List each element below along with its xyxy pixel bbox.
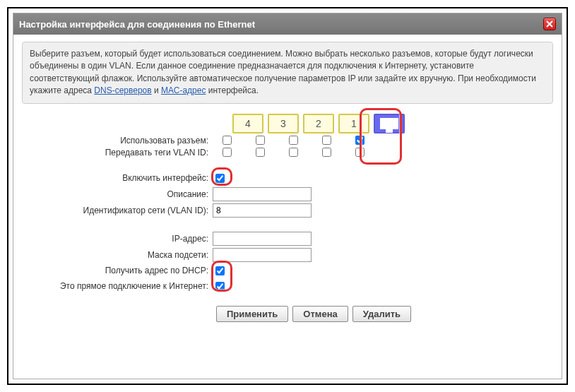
dialog-title: Настройка интерфейса для соединения по E… bbox=[19, 19, 255, 30]
dns-link[interactable]: DNS-серверов bbox=[94, 85, 151, 95]
label-inet: Это прямое подключение к Интернет: bbox=[22, 281, 213, 291]
use-socket-4[interactable] bbox=[223, 136, 232, 145]
label-ip: IP-адрес: bbox=[22, 234, 213, 244]
use-socket-wan[interactable] bbox=[355, 136, 364, 145]
delete-button[interactable]: Удалить bbox=[352, 306, 411, 322]
label-enable-iface: Включить интерфейс: bbox=[22, 173, 213, 183]
vlan-tag-1[interactable] bbox=[322, 148, 331, 157]
mask-input[interactable] bbox=[213, 248, 312, 262]
label-description: Описание: bbox=[22, 189, 213, 199]
cancel-button[interactable]: Отмена bbox=[292, 306, 348, 322]
port-3[interactable]: 3 bbox=[268, 114, 299, 133]
enable-iface-checkbox[interactable] bbox=[215, 174, 225, 183]
mac-link[interactable]: МАС-адрес bbox=[161, 85, 206, 95]
close-icon bbox=[546, 20, 553, 28]
description-input[interactable] bbox=[213, 187, 312, 201]
vlan-tag-4[interactable] bbox=[223, 148, 232, 157]
vlan-tag-wan[interactable] bbox=[355, 148, 364, 157]
vlan-tag-2[interactable] bbox=[289, 148, 298, 157]
apply-button[interactable]: Применить bbox=[216, 306, 288, 322]
port-wan[interactable] bbox=[374, 114, 405, 133]
vlan-id-input[interactable] bbox=[213, 203, 312, 218]
label-vlan-id: Идентификатор сети (VLAN ID): bbox=[22, 206, 213, 215]
port-2[interactable]: 2 bbox=[303, 114, 334, 133]
close-button[interactable] bbox=[543, 18, 556, 30]
ethernet-jack-icon bbox=[380, 118, 398, 129]
use-socket-1[interactable] bbox=[322, 136, 331, 145]
inet-checkbox[interactable] bbox=[215, 282, 225, 291]
port-4[interactable]: 4 bbox=[232, 114, 263, 133]
dialog-titlebar: Настройка интерфейса для соединения по E… bbox=[13, 13, 562, 35]
port-1[interactable]: 1 bbox=[338, 114, 369, 133]
ports-row: 4 3 2 1 bbox=[22, 114, 553, 133]
ip-input[interactable] bbox=[213, 232, 312, 246]
use-socket-2[interactable] bbox=[289, 136, 298, 145]
intro-panel: Выберите разъем, который будет использов… bbox=[22, 42, 553, 104]
label-mask: Маска подсети: bbox=[22, 250, 213, 260]
label-use-socket: Использовать разъем: bbox=[22, 136, 213, 145]
label-dhcp: Получить адрес по DHCP: bbox=[22, 266, 213, 275]
dhcp-checkbox[interactable] bbox=[215, 266, 225, 275]
vlan-tag-3[interactable] bbox=[256, 148, 265, 157]
use-socket-3[interactable] bbox=[256, 136, 265, 145]
label-vlan-tags: Передавать теги VLAN ID: bbox=[22, 148, 213, 158]
